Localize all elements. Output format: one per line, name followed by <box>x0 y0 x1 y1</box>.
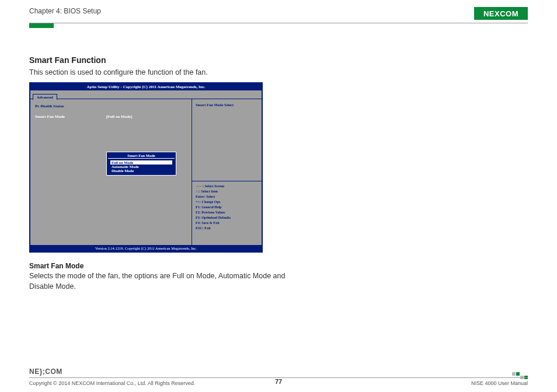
bios-right-pane: Smart Fan Mode Select →←: Select Screen … <box>192 99 262 245</box>
bios-help-line: F1: General Help <box>196 205 258 210</box>
bios-popup-title: Smart Fan Mode <box>108 153 175 159</box>
footer-squares-icon <box>512 372 528 376</box>
sub-desc: Selects the mode of the fan, the options… <box>29 271 286 292</box>
bios-popup-option[interactable]: Disable Mode <box>110 169 172 173</box>
bios-footer: Version 2.14.1219. Copyright (C) 2011 Am… <box>30 245 262 251</box>
bios-help-line: F2: Previous Values <box>196 210 258 215</box>
bios-help-line: ↑↓: Select Item <box>196 189 258 194</box>
sub-title: Smart Fan Mode <box>29 262 528 270</box>
bios-screenshot: Aptio Setup Utility - Copyright (C) 2011… <box>29 82 263 253</box>
bios-help-keys: →←: Select Screen ↑↓: Select Item Enter:… <box>192 181 262 245</box>
bios-left-heading: Pc Health Status <box>35 104 187 108</box>
bios-popup-option-selected[interactable]: Full on Mode <box>110 160 172 164</box>
bios-left-pane: Pc Health Status Smart Fan Mode [Full on… <box>30 99 192 245</box>
bios-help-line: F3: Optimized Defaults <box>196 215 258 220</box>
brand-logo: NEXCOM <box>474 7 528 20</box>
bios-popup: Smart Fan Mode Full on Mode Automatic Mo… <box>106 152 176 176</box>
chapter-title: Chapter 4: BIOS Setup <box>29 7 101 15</box>
bios-help-line: Enter: Select <box>196 194 258 200</box>
content-area: Smart Fan Function This section is used … <box>29 55 528 292</box>
bios-popup-option[interactable]: Automatic Mode <box>110 164 172 169</box>
bios-sfm-row[interactable]: Smart Fan Mode [Full on Mode] <box>35 114 187 119</box>
bios-help-line: +/-: Change Opt. <box>196 200 258 205</box>
bios-help-line: ESC: Exit <box>196 226 258 231</box>
footer-logo: NE};COM <box>29 368 62 376</box>
bios-help-line: →←: Select Screen <box>196 184 258 189</box>
page-header: Chapter 4: BIOS Setup NEXCOM <box>29 7 528 23</box>
bios-help-line: F4: Save & Exit <box>196 220 258 226</box>
page-number: 77 <box>0 378 557 385</box>
section-desc: This section is used to configure the fu… <box>29 68 528 76</box>
bios-popup-body: Full on Mode Automatic Mode Disable Mode <box>108 159 175 174</box>
bios-titlebar: Aptio Setup Utility - Copyright (C) 2011… <box>30 83 262 90</box>
section-title: Smart Fan Function <box>29 55 528 65</box>
bios-sfm-label: Smart Fan Mode <box>35 114 105 119</box>
bios-body: Pc Health Status Smart Fan Mode [Full on… <box>30 99 262 245</box>
bios-help-title: Smart Fan Mode Select <box>192 99 262 181</box>
bios-sfm-value: [Full on Mode] <box>106 114 133 119</box>
accent-bar <box>29 23 54 28</box>
footer-logo-row: NE};COM <box>29 368 528 376</box>
bios-tabs: Advanced <box>30 90 262 99</box>
